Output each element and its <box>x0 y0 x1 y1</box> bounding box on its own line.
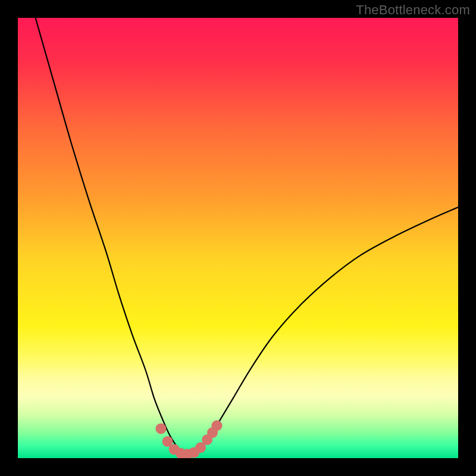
curve-marker <box>156 423 167 434</box>
chart-frame: TheBottleneck.com <box>0 0 476 476</box>
curve-marker <box>211 420 222 431</box>
watermark-text: TheBottleneck.com <box>356 2 470 18</box>
plot-svg <box>18 18 458 458</box>
bottleneck-plot <box>18 18 458 458</box>
